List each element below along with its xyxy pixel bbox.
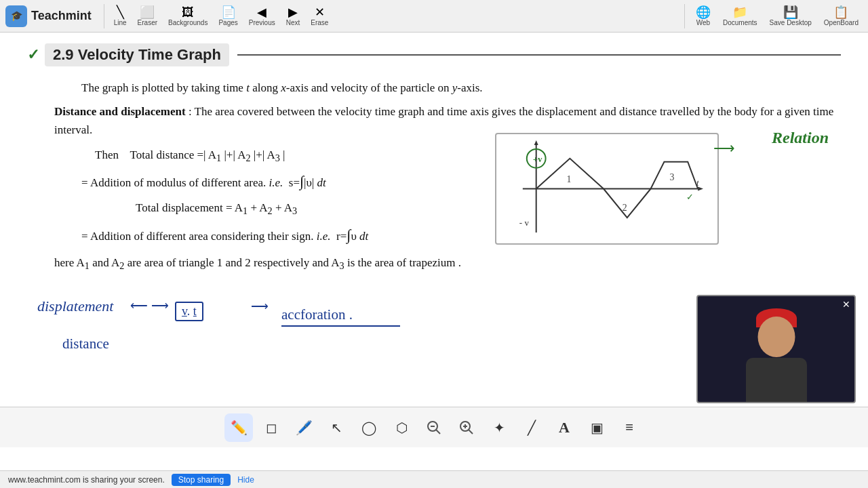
distance-annotation: distance: [62, 336, 109, 352]
brand-name: Teachmint: [31, 9, 92, 23]
svg-text:1: 1: [566, 174, 571, 184]
pages-icon: 📄: [221, 6, 236, 18]
erase-icon: ✕: [315, 6, 325, 18]
displacement-annotation: displatement: [37, 298, 113, 315]
toolbar-web[interactable]: 🌐 Web: [692, 5, 715, 28]
right-arrow: ⟶: [251, 299, 269, 314]
math-addition-sign: = Addition of different area considering…: [27, 222, 841, 249]
previous-icon: ◀: [257, 6, 267, 18]
documents-icon: 📁: [732, 6, 747, 18]
previous-label: Previous: [249, 19, 275, 26]
laser-tool-button[interactable]: ✦: [485, 413, 513, 442]
body: [746, 358, 807, 402]
eraser-icon: ⬜: [140, 6, 155, 18]
y-axis-label: y: [452, 81, 458, 94]
openboard-label: OpenBoard: [824, 19, 859, 26]
toolbar-divider-2: [684, 4, 685, 28]
eraser-label: Eraser: [138, 19, 157, 26]
hide-button[interactable]: Hide: [237, 475, 254, 485]
relation-arrow: ⟶: [713, 140, 735, 157]
toolbar-divider-1: [104, 4, 104, 28]
pen-tool-button[interactable]: ✏️: [224, 413, 253, 442]
line-draw-button[interactable]: ╱: [517, 413, 546, 442]
vt-annotation: v. t: [175, 302, 203, 321]
top-toolbar: 🎓 Teachmint ╲ Line ⬜ Eraser 🖼 Background…: [0, 0, 868, 33]
brand-logo: 🎓: [5, 5, 27, 27]
bottom-toolbar: ✏️ ◻ 🖊️ ↖ ◯ ⬡ ✦: [0, 407, 868, 447]
pages-label: Pages: [218, 19, 237, 26]
eraser-tool-button[interactable]: ◻: [257, 413, 285, 442]
web-icon: 🌐: [696, 6, 711, 18]
face: [757, 317, 795, 357]
toolbar-openboard[interactable]: 📋 OpenBoard: [820, 5, 863, 28]
zoom-in-button[interactable]: [452, 413, 481, 442]
save-label: Save Desktop: [770, 19, 812, 26]
svg-text:+v: +v: [533, 154, 542, 164]
zoom-out-icon: [427, 420, 441, 435]
math-addition-modulus: = Addition of modulus of different area.…: [27, 168, 841, 195]
paragraph-1: The graph is plotted by taking time t al…: [27, 79, 841, 97]
brand: 🎓 Teachmint: [5, 5, 92, 27]
svg-text:✓: ✓: [686, 192, 694, 202]
math-total-displacement: Total displacement = A1 + A2 + A3: [27, 198, 841, 220]
next-label: Next: [286, 19, 300, 26]
heading-underline: [237, 54, 841, 56]
zoom-in-icon: [459, 420, 474, 435]
toolbar-next[interactable]: ▶ Next: [282, 5, 304, 28]
toolbar-pages[interactable]: 📄 Pages: [214, 5, 241, 28]
hex-shape-button[interactable]: ⬡: [387, 413, 416, 442]
stop-sharing-button[interactable]: Stop sharing: [172, 474, 231, 486]
toolbar-save[interactable]: 💾 Save Desktop: [766, 5, 816, 28]
image-tool-button[interactable]: ▣: [583, 413, 611, 442]
toolbar-previous[interactable]: ◀ Previous: [245, 5, 279, 28]
acceleration-annotation: accforation .: [281, 306, 353, 323]
math-here: here A1 and A2 are area of triangle 1 an…: [27, 253, 841, 275]
highlighter-tool-button[interactable]: 🖊️: [290, 413, 318, 442]
t-underline: t: [193, 304, 197, 318]
video-close-button[interactable]: ✕: [842, 299, 850, 310]
toolbar-line[interactable]: ╲ Line: [110, 5, 131, 28]
acceleration-underline: [281, 325, 400, 327]
line-icon: ╲: [117, 6, 124, 18]
graph-box: +v - v t ✓ 1 2 3: [495, 133, 719, 245]
pointer-tool-button[interactable]: ↖: [322, 413, 351, 442]
svg-marker-3: [534, 140, 538, 145]
status-message: www.teachmint.com is sharing your screen…: [8, 475, 165, 485]
zoom-out-button[interactable]: [420, 413, 448, 442]
toolbar-eraser[interactable]: ⬜ Eraser: [134, 5, 161, 28]
bold-label: Distance and displacement: [54, 105, 186, 118]
svg-text:2: 2: [623, 203, 627, 213]
t-variable: t: [246, 81, 250, 94]
section-title: Velocity Time Graph: [78, 46, 221, 63]
circle-shape-button[interactable]: ◯: [355, 413, 383, 442]
menu-tool-button[interactable]: ≡: [615, 413, 644, 442]
section-heading: ✓ 2.9 Velocity Time Graph: [27, 43, 841, 66]
brand-icon: 🎓: [11, 10, 22, 22]
graph-svg: +v - v t ✓ 1 2 3: [500, 138, 713, 239]
documents-label: Documents: [723, 19, 757, 26]
relation-annotation: Relation: [772, 129, 829, 147]
erase-label: Erase: [311, 19, 328, 26]
svg-text:3: 3: [669, 172, 674, 182]
toolbar-documents[interactable]: 📁 Documents: [719, 5, 762, 28]
text-tool-button[interactable]: A: [550, 413, 578, 442]
x-axis-label: x: [281, 81, 286, 94]
vt-underline: v: [182, 304, 187, 318]
svg-line-16: [469, 430, 473, 434]
toolbar-backgrounds[interactable]: 🖼 Backgrounds: [164, 5, 212, 28]
backgrounds-icon: 🖼: [182, 6, 194, 18]
video-feed: [698, 296, 854, 402]
paragraph-2: Distance and displacement : The area cov…: [27, 102, 841, 139]
svg-text:- v: - v: [519, 218, 530, 228]
bidirectional-arrow: ⟵ ⟶: [130, 298, 169, 313]
toolbar-erase[interactable]: ✕ Erase: [307, 5, 332, 28]
openboard-icon: 📋: [833, 6, 848, 18]
backgrounds-label: Backgrounds: [168, 19, 208, 26]
web-label: Web: [696, 19, 710, 26]
svg-line-13: [436, 430, 440, 434]
save-icon: 💾: [783, 6, 798, 18]
next-icon: ▶: [288, 6, 298, 18]
page-content: ✓ 2.9 Velocity Time Graph The graph is p…: [0, 33, 868, 287]
status-bar: www.teachmint.com is sharing your screen…: [0, 470, 868, 488]
main-content: ✓ 2.9 Velocity Time Graph The graph is p…: [0, 33, 868, 447]
